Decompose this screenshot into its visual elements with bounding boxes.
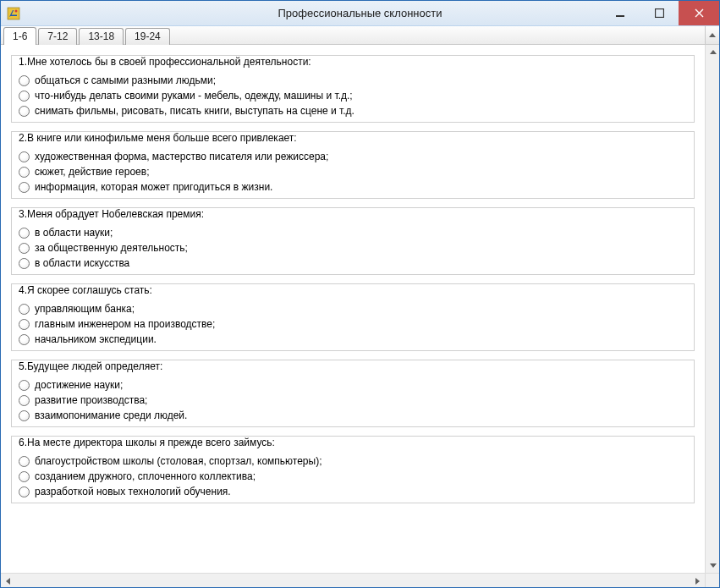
scroll-up-button[interactable] [706,45,719,59]
question-group: 4.Я скорее соглашусь стать:управляющим б… [11,283,695,351]
option-label: информация, которая может пригодиться в … [35,180,272,194]
horizontal-scroll-track[interactable] [15,574,690,587]
questions-panel: 1.Мне хотелось бы в своей профессиональн… [1,45,705,573]
option-label: главным инженером на производстве; [35,317,215,331]
radio-button[interactable] [19,304,30,315]
tab-1-6[interactable]: 1-6 [3,27,36,45]
option-label: достижение науки; [35,378,123,392]
titlebar: Профессиональные склонности [1,1,719,26]
chevron-right-icon [695,578,700,585]
vertical-scrollbar[interactable] [705,45,719,573]
close-button[interactable] [679,1,719,25]
option-label: сюжет, действие героев; [35,165,149,179]
radio-button[interactable] [19,395,30,406]
option-label: художественная форма, мастерство писател… [35,150,328,163]
app-icon [6,6,21,21]
tab-7-12[interactable]: 7-12 [38,28,77,45]
option-label: созданием дружного, сплоченного коллекти… [35,470,256,483]
radio-button[interactable] [19,75,30,86]
chevron-up-icon [709,33,716,37]
radio-button[interactable] [19,456,30,467]
option-row[interactable]: общаться с самыми разными людьми; [12,73,694,88]
option-row[interactable]: главным инженером на производстве; [12,316,694,332]
option-label: общаться с самыми разными людьми; [35,74,216,87]
chevron-down-icon [710,563,717,568]
tab-label: 19-24 [135,30,161,42]
maximize-button[interactable] [640,1,679,25]
option-row[interactable]: взаимопонимание среди людей. [12,408,694,423]
horizontal-scrollbar[interactable] [1,573,705,587]
chevron-up-icon [710,50,717,54]
radio-button[interactable] [19,410,30,421]
option-row[interactable]: снимать фильмы, рисовать, писать книги, … [12,103,694,118]
option-row[interactable]: развитие производства; [12,393,694,408]
svg-rect-2 [616,15,624,17]
radio-button[interactable] [19,243,30,254]
option-row[interactable]: достижение науки; [12,377,694,393]
svg-rect-0 [8,8,19,19]
question-group: 2.В книге или кинофильме меня больше все… [11,131,695,199]
option-label: снимать фильмы, рисовать, писать книги, … [35,104,355,118]
radio-button[interactable] [19,106,30,117]
radio-button[interactable] [19,228,30,239]
question-group: 5.Будущее людей определяет:достижение на… [11,360,695,427]
option-row[interactable]: сюжет, действие героев; [12,164,694,179]
scroll-down-button[interactable] [706,558,719,573]
radio-button[interactable] [19,486,30,497]
option-row[interactable]: созданием дружного, сплоченного коллекти… [12,469,694,484]
option-row[interactable]: разработкой новых технологий обучения. [12,484,694,499]
option-row[interactable]: управляющим банка; [12,301,694,316]
question-title: 6.На месте директора школы я прежде всег… [12,435,694,452]
option-row[interactable]: информация, которая может пригодиться в … [12,179,694,195]
option-row[interactable]: в области искусства [12,256,694,271]
question-title: 4.Я скорее соглашусь стать: [12,283,694,299]
tab-bar: 1-67-1213-1819-24 [1,26,719,45]
question-group: 1.Мне хотелось бы в своей профессиональн… [11,55,695,123]
option-row[interactable]: благоустройством школы (столовая, спортз… [12,453,694,469]
option-label: что-нибудь делать своими руками - мебель… [35,89,353,102]
question-title: 1.Мне хотелось бы в своей профессиональн… [12,54,694,71]
question-title: 3.Меня обрадует Нобелевская премия: [12,206,694,223]
option-row[interactable]: что-нибудь делать своими руками - мебель… [12,88,694,103]
option-label: управляющим банка; [35,302,135,316]
option-label: благоустройством школы (столовая, спортз… [35,454,322,468]
question-group: 6.На месте директора школы я прежде всег… [11,436,695,503]
app-window: Профессиональные склонности 1-67-1213-18… [0,0,720,588]
radio-button[interactable] [19,91,30,102]
option-label: разработкой новых технологий обучения. [35,485,231,498]
option-label: взаимопонимание среди людей. [35,409,187,422]
option-label: начальником экспедиции. [35,332,157,346]
option-row[interactable]: художественная форма, мастерство писател… [12,149,694,164]
scroll-left-button[interactable] [1,574,15,587]
option-label: развитие производства; [35,393,147,407]
option-row[interactable]: начальником экспедиции. [12,332,694,347]
option-label: в области науки; [35,226,113,239]
tabbar-scroll-up-button[interactable] [705,26,719,44]
radio-button[interactable] [19,182,30,193]
radio-button[interactable] [19,319,30,330]
tab-label: 7-12 [47,30,68,42]
client-area: 1.Мне хотелось бы в своей профессиональн… [1,45,719,587]
tab-label: 13-18 [88,30,114,42]
radio-button[interactable] [19,334,30,345]
radio-button[interactable] [19,258,30,269]
tab-19-24[interactable]: 19-24 [125,28,170,45]
option-row[interactable]: в области науки; [12,225,694,240]
vertical-scroll-track[interactable] [706,59,719,558]
scrollbar-corner [705,573,719,587]
question-group: 3.Меня обрадует Нобелевская премия:в обл… [11,207,695,275]
radio-button[interactable] [19,151,30,162]
window-controls [601,1,719,25]
svg-rect-3 [655,9,663,18]
scroll-right-button[interactable] [690,574,705,587]
radio-button[interactable] [19,471,30,482]
radio-button[interactable] [19,167,30,178]
option-row[interactable]: за общественную деятельность; [12,240,694,256]
radio-button[interactable] [19,380,30,391]
tab-13-18[interactable]: 13-18 [79,28,124,45]
option-label: в области искусства [35,256,129,270]
svg-point-1 [15,9,18,12]
tab-label: 1-6 [13,30,27,42]
question-title: 2.В книге или кинофильме меня больше все… [12,130,694,147]
minimize-button[interactable] [601,1,640,25]
